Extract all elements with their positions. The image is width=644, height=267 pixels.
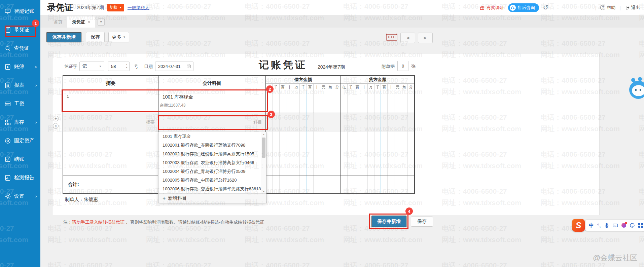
- amount-digit-cell[interactable]: [407, 176, 414, 193]
- amount-digit-cell[interactable]: [286, 113, 293, 132]
- amount-digit-cell[interactable]: [347, 132, 354, 154]
- username-redacted[interactable]: [552, 4, 591, 12]
- amount-digit-cell[interactable]: [286, 91, 293, 113]
- amount-digit-cell[interactable]: [307, 91, 313, 113]
- account-cell-row2-input[interactable]: 科目: [158, 113, 265, 132]
- soft-keyboard-icon[interactable]: [613, 223, 618, 228]
- amount-digit-cell[interactable]: [307, 132, 313, 154]
- sidebar-item-inventory[interactable]: 库存 >: [0, 113, 40, 131]
- credit-cell-row1[interactable]: [341, 91, 414, 113]
- amount-digit-cell[interactable]: [367, 91, 374, 113]
- amount-digit-cell[interactable]: [272, 91, 279, 113]
- amount-digit-cell[interactable]: [341, 91, 347, 113]
- amount-digit-cell[interactable]: [361, 154, 367, 176]
- amount-digit-cell[interactable]: [286, 132, 293, 154]
- summary-cell-row2[interactable]: 摘要: [63, 113, 158, 132]
- amount-digit-cell[interactable]: [367, 154, 374, 176]
- account-option[interactable]: 1002001 银行存款_齐商银行莲池支行7098: [158, 141, 261, 150]
- amount-digit-cell[interactable]: [387, 176, 394, 193]
- debit-cell-row3[interactable]: [266, 132, 341, 154]
- amount-digit-cell[interactable]: [313, 132, 320, 154]
- amount-digit-cell[interactable]: [367, 132, 374, 154]
- scrollbar-thumb[interactable]: [262, 138, 265, 158]
- sidebar-item-closing[interactable]: 结账: [0, 150, 40, 168]
- amount-digit-cell[interactable]: [407, 132, 414, 154]
- sogou-logo-icon[interactable]: S: [572, 219, 585, 232]
- account-option[interactable]: 1002003 银行存款_农业银行淄博高新支行0466: [158, 158, 261, 167]
- amount-digit-cell[interactable]: [279, 154, 286, 176]
- amount-digit-cell[interactable]: [354, 132, 361, 154]
- amount-digit-cell[interactable]: [286, 176, 293, 193]
- amount-digit-cell[interactable]: [361, 176, 367, 193]
- amount-digit-cell[interactable]: [320, 154, 327, 176]
- amount-digit-cell[interactable]: [327, 176, 333, 193]
- refresh-undo-icon[interactable]: ↺: [543, 4, 548, 11]
- amount-digit-cell[interactable]: [320, 91, 327, 113]
- amount-digit-cell[interactable]: [327, 91, 333, 113]
- amount-digit-cell[interactable]: [381, 113, 387, 132]
- amount-digit-cell[interactable]: [334, 176, 341, 193]
- amount-digit-cell[interactable]: [394, 176, 401, 193]
- amount-digit-cell[interactable]: [381, 91, 387, 113]
- save-button-bottom[interactable]: 保存: [411, 217, 433, 227]
- keyboard-shortcut-icon[interactable]: [386, 33, 398, 42]
- credit-cell-row4[interactable]: [341, 154, 414, 176]
- amount-digit-cell[interactable]: [334, 91, 341, 113]
- amount-digit-cell[interactable]: [299, 113, 306, 132]
- switch-period-button[interactable]: 切换▼: [107, 4, 124, 11]
- amount-digit-cell[interactable]: [286, 154, 293, 176]
- amount-digit-cell[interactable]: [334, 113, 341, 132]
- amount-digit-cell[interactable]: [266, 176, 272, 193]
- amount-digit-cell[interactable]: [307, 176, 313, 193]
- amount-digit-cell[interactable]: [299, 154, 306, 176]
- amount-digit-cell[interactable]: [293, 132, 299, 154]
- previous-voucher-button[interactable]: ◀: [400, 33, 415, 43]
- amount-digit-cell[interactable]: [293, 154, 299, 176]
- add-account-button[interactable]: + 新增科目: [158, 193, 266, 203]
- amount-digit-cell[interactable]: [266, 91, 272, 113]
- summary-cell-row3[interactable]: [63, 132, 158, 154]
- more-button[interactable]: 更多▼: [108, 32, 129, 42]
- amount-digit-cell[interactable]: [266, 154, 272, 176]
- amount-digit-cell[interactable]: [387, 91, 394, 113]
- account-option[interactable]: 1002002 银行存款_建设银行淄博高新支行1505: [158, 150, 261, 158]
- amount-digit-cell[interactable]: [354, 154, 361, 176]
- amount-digit-cell[interactable]: [279, 132, 286, 154]
- amount-digit-cell[interactable]: [334, 132, 341, 154]
- sidebar-item-fixed-assets[interactable]: 固定资产: [0, 131, 40, 150]
- date-input[interactable]: 2024-07-31: [155, 62, 193, 71]
- amount-digit-cell[interactable]: [401, 176, 407, 193]
- amount-digit-cell[interactable]: [293, 176, 299, 193]
- amount-digit-cell[interactable]: [299, 176, 306, 193]
- sidebar-item-smart-accounting[interactable]: 智能记账: [0, 2, 40, 21]
- save-button[interactable]: 保存: [86, 32, 105, 42]
- amount-digit-cell[interactable]: [361, 91, 367, 113]
- sidebar-item-voucher-search[interactable]: 查凭证: [0, 39, 40, 58]
- tab-voucher-entry[interactable]: 录凭证 ×: [67, 16, 95, 28]
- amount-digit-cell[interactable]: [299, 132, 306, 154]
- amount-digit-cell[interactable]: [354, 113, 361, 132]
- amount-digit-cell[interactable]: [320, 176, 327, 193]
- save-and-new-button[interactable]: 保存并新增: [46, 32, 81, 42]
- delete-row-button[interactable]: ×: [53, 123, 59, 129]
- amount-digit-cell[interactable]: [387, 154, 394, 176]
- amount-digit-cell[interactable]: [279, 176, 286, 193]
- amount-digit-cell[interactable]: [347, 91, 354, 113]
- amount-digit-cell[interactable]: [367, 176, 374, 193]
- assistant-mascot[interactable]: [629, 78, 644, 100]
- amount-digit-cell[interactable]: [334, 154, 341, 176]
- amount-digit-cell[interactable]: [313, 113, 320, 132]
- amount-digit-cell[interactable]: [394, 154, 401, 176]
- amount-digit-cell[interactable]: [327, 154, 333, 176]
- debit-cell-row4[interactable]: [266, 154, 341, 176]
- amount-digit-cell[interactable]: [313, 154, 320, 176]
- amount-digit-cell[interactable]: [279, 113, 286, 132]
- amount-digit-cell[interactable]: [394, 91, 401, 113]
- amount-digit-cell[interactable]: [361, 113, 367, 132]
- amount-digit-cell[interactable]: [407, 113, 414, 132]
- amount-digit-cell[interactable]: [299, 91, 306, 113]
- sidebar-item-reports[interactable]: 报表 >: [0, 76, 40, 94]
- ime-punctuation-icon[interactable]: °,: [597, 223, 601, 228]
- summary-cell-row1[interactable]: 1: [63, 91, 158, 113]
- survey-link[interactable]: 有奖调研: [479, 5, 504, 11]
